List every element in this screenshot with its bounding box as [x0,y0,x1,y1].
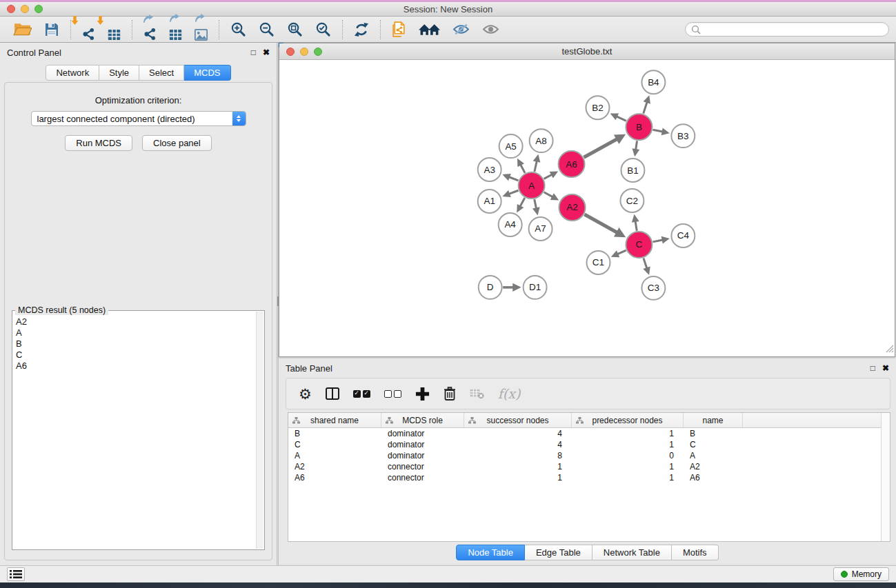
export-image-button[interactable] [188,19,214,41]
export-table-button[interactable] [163,19,188,41]
add-column-button[interactable] [408,381,437,406]
column-header-predecessor-nodes[interactable]: predecessor nodes [572,413,684,427]
hide-panel-button[interactable] [446,19,476,41]
clone-network-button[interactable] [386,19,412,41]
node-label-C1: C1 [593,257,604,267]
table-cell: A6 [288,472,381,483]
save-session-button[interactable] [38,19,66,41]
zoom-selected-button[interactable] [309,19,337,41]
tab-motifs[interactable]: Motifs [672,545,719,560]
zoom-out-icon [259,21,275,37]
graph-edge-A-A3[interactable] [509,177,518,181]
close-panel-button[interactable]: Close panel [142,135,212,151]
tab-select[interactable]: Select [139,65,184,81]
run-mcds-button[interactable]: Run MCDS [65,135,132,151]
graph-edge-A-A5[interactable] [521,165,525,173]
node-label-A8: A8 [535,136,546,146]
node-label-A7: A7 [535,223,546,234]
result-item[interactable]: A2 [13,316,255,327]
graph-edge-C-C3[interactable] [644,258,647,268]
graph-edge-C-C4[interactable] [653,240,662,242]
table-row[interactable]: A2connector11A2 [288,461,890,472]
table-row[interactable]: Adominator80A [288,450,890,461]
graph-edge-A-A1[interactable] [509,190,518,194]
float-panel-icon[interactable]: □ [251,48,256,57]
result-item[interactable]: B [13,338,255,349]
graph-edge-B-B2[interactable] [617,116,626,121]
function-builder-button[interactable]: f(x) [491,381,528,406]
tab-network[interactable]: Network [46,65,99,81]
apply-layout-button[interactable] [348,19,375,41]
export-arrow-icon [195,13,205,26]
tab-style[interactable]: Style [99,65,139,81]
zoom-in-button[interactable] [224,19,252,41]
column-header-name[interactable]: name [684,413,743,427]
memory-button[interactable]: Memory [833,567,889,581]
result-item[interactable]: C [13,349,255,361]
table-settings-button[interactable]: ⚙ [292,381,319,406]
attribute-tree-icon [576,417,584,424]
table-cell: 1 [572,461,684,472]
network-graph[interactable]: B4B2BB3A8A5A6A3B1AC2A1A2A4A7C4CC1DD1C3 [279,60,895,356]
column-header-MCDS-role[interactable]: MCDS role [381,413,464,427]
table-body: Bdominator41BCdominator41CAdominator80AA… [288,428,890,483]
graph-edge-A-A4[interactable] [520,198,525,206]
node-label-B4: B4 [648,77,659,88]
table-row[interactable]: Cdominator41C [288,439,890,450]
export-network-button[interactable] [137,19,163,41]
zoom-fit-button[interactable] [281,19,309,41]
close-panel-icon[interactable]: ✖ [263,48,270,57]
close-panel-icon[interactable]: ✖ [882,363,889,373]
column-header-successor-nodes[interactable]: successor nodes [464,413,572,427]
table-row[interactable]: Bdominator41B [288,428,890,439]
deselect-all-button[interactable] [377,381,408,406]
result-item[interactable]: A [13,327,255,338]
network-canvas[interactable]: B4B2BB3A8A5A6A3B1AC2A1A2A4A7C4CC1DD1C3 [279,60,895,356]
table-scrollbar[interactable] [881,413,890,541]
graph-edge-A-A8[interactable] [535,161,537,172]
criterion-selected-value: largest connected component (directed) [32,114,195,124]
resize-grip-icon[interactable] [884,343,894,356]
graph-edge-B-B3[interactable] [653,130,662,132]
mcds-result-list[interactable]: A2ABCA6 [13,316,255,549]
criterion-select[interactable]: largest connected component (directed) [31,111,246,126]
graph-edge-C-C1[interactable] [617,250,626,254]
delete-column-button[interactable] [437,381,463,406]
graph-edge-A-A2[interactable] [544,192,553,197]
tab-edge-table[interactable]: Edge Table [525,545,593,560]
graph-edge-B-B4[interactable] [644,102,647,114]
table-cell: connector [381,472,464,483]
column-layout-button[interactable] [319,381,346,406]
tab-network-table[interactable]: Network Table [593,545,672,560]
graph-edge-A-A6[interactable] [544,174,552,179]
graph-edge-A2-C[interactable] [584,214,617,232]
open-session-button[interactable] [7,19,38,41]
search-box[interactable] [685,22,889,37]
import-table-button[interactable] [101,19,127,41]
graph-edge-C-C2[interactable] [635,221,637,231]
edge-arrow-icon [632,148,639,156]
control-panel-header: Control Panel □ ✖ [0,43,277,62]
graph-edge-A-A7[interactable] [535,199,537,208]
home-view-button[interactable] [412,19,446,41]
tab-node-table[interactable]: Node Table [456,545,525,560]
float-panel-icon[interactable]: □ [870,363,875,373]
column-label: predecessor nodes [592,416,662,425]
result-item[interactable]: A6 [13,361,255,372]
attribute-tree-icon [468,417,476,424]
search-input[interactable] [704,25,883,34]
node-label-B: B [636,122,642,132]
result-scrollbar[interactable] [256,312,263,549]
select-stepper-icon[interactable] [232,112,246,125]
copy-network-icon [392,21,406,37]
tab-mcds[interactable]: MCDS [184,65,230,81]
graph-edge-B-B1[interactable] [636,141,637,150]
select-all-button[interactable] [346,381,377,406]
task-history-button[interactable] [7,567,25,581]
table-row[interactable]: A6connector11A6 [288,472,890,483]
zoom-out-button[interactable] [252,19,281,41]
delete-table-button[interactable] [463,381,491,406]
column-header-shared-name[interactable]: shared name [288,413,381,427]
show-panel-button[interactable] [476,19,506,41]
graph-edge-A6-B[interactable] [584,139,617,157]
